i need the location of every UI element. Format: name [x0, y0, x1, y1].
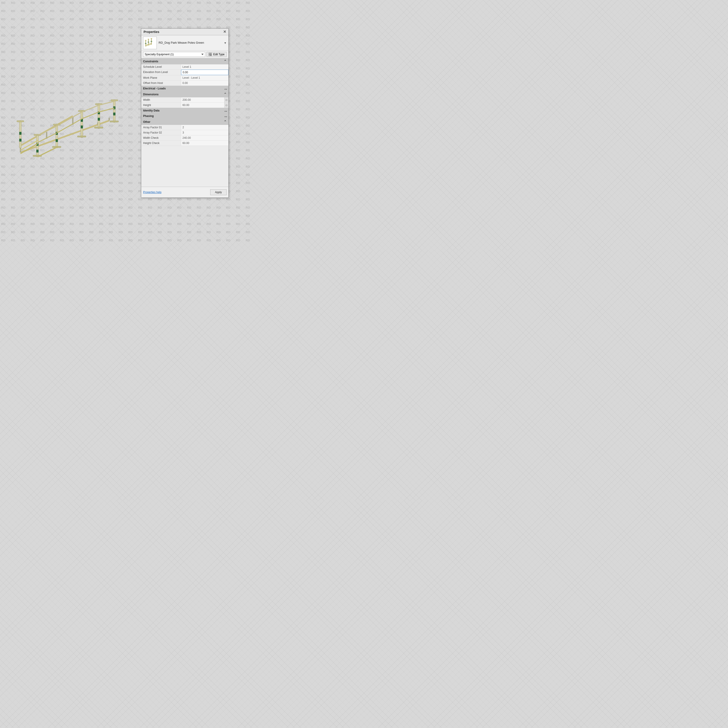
- panel-title: Properties: [144, 30, 159, 34]
- identity-data-toggle-icon: [224, 109, 226, 112]
- schedule-level-label: Schedule Level: [141, 64, 181, 69]
- svg-rect-31: [113, 99, 115, 122]
- svg-rect-48: [145, 40, 147, 40]
- svg-rect-55: [151, 41, 152, 41]
- schedule-level-value: Level 1: [181, 64, 228, 69]
- dimensions-label: Dimensions: [143, 93, 159, 96]
- empty-space: [141, 146, 228, 187]
- panel-footer: Properties help Apply: [141, 187, 228, 197]
- constraints-label: Constraints: [143, 60, 158, 63]
- width-check-row: Width Check 240.00: [141, 135, 228, 141]
- array-factor-01-value: 2: [181, 125, 228, 130]
- height-check-row: Height Check 60.00: [141, 141, 228, 146]
- phasing-toggle-icon: [224, 114, 226, 118]
- height-value: 60.00: [181, 102, 224, 108]
- pole-4: [77, 110, 86, 138]
- svg-line-37: [38, 147, 58, 156]
- work-plane-label: Work Plane: [141, 75, 181, 80]
- other-toggle-icon: [223, 120, 226, 124]
- array-factor-02-label: Array Factor 02: [141, 130, 181, 135]
- electrical-loads-toggle-icon: [224, 87, 226, 90]
- type-name: RD_Dog Park Weave Poles Green: [159, 41, 222, 45]
- width-check-value: 240.00: [181, 135, 228, 141]
- svg-line-46: [99, 108, 115, 112]
- svg-rect-35: [110, 121, 119, 122]
- identity-data-label: Identity Data: [143, 109, 159, 112]
- constraints-header[interactable]: Constraints: [141, 58, 228, 64]
- edit-type-label: Edit Type: [213, 53, 225, 56]
- array-factor-02-row: Array Factor 02 3: [141, 130, 228, 135]
- dimensions-toggle-icon: [223, 92, 226, 96]
- svg-rect-54: [151, 38, 152, 39]
- panel-header: Properties ✕: [141, 29, 228, 35]
- width-row: Width 200.00 □: [141, 97, 228, 102]
- pole-6: [110, 99, 119, 122]
- array-factor-01-row: Array Factor 01 2: [141, 125, 228, 130]
- properties-help-link[interactable]: Properties help: [143, 191, 162, 194]
- electrical-loads-label: Electrical - Loads: [143, 87, 166, 90]
- svg-rect-8: [19, 132, 21, 135]
- electrical-loads-header[interactable]: Electrical - Loads: [141, 86, 228, 91]
- svg-rect-59: [210, 53, 211, 54]
- svg-rect-16: [56, 124, 58, 148]
- svg-rect-9: [19, 139, 21, 142]
- elevation-from-level-value[interactable]: 0.00: [181, 70, 228, 75]
- height-row: Height 60.00 □: [141, 102, 228, 108]
- close-button[interactable]: ✕: [223, 30, 226, 34]
- width-button[interactable]: □: [224, 97, 228, 102]
- svg-rect-18: [56, 139, 58, 142]
- work-plane-value: Level : Level 1: [181, 75, 228, 80]
- dimensions-header[interactable]: Dimensions: [141, 91, 228, 97]
- type-thumbnail: [143, 37, 157, 49]
- other-label: Other: [143, 120, 150, 124]
- offset-from-host-value: 0.00: [181, 81, 228, 86]
- width-check-label: Width Check: [141, 135, 181, 141]
- elevation-from-level-row[interactable]: Elevation from Level 0.00: [141, 70, 228, 75]
- category-dropdown[interactable]: Specialty Equipment (1): [143, 52, 205, 57]
- array-factor-01-label: Array Factor 01: [141, 125, 181, 130]
- svg-rect-58: [209, 53, 210, 54]
- offset-from-host-label: Offset from Host: [141, 81, 181, 86]
- height-check-label: Height Check: [141, 141, 181, 145]
- svg-rect-49: [145, 43, 147, 44]
- model-svg: [14, 66, 132, 175]
- phasing-header[interactable]: Phasing: [141, 113, 228, 119]
- schedule-level-row: Schedule Level Level 1: [141, 64, 228, 70]
- svg-rect-21: [81, 110, 83, 138]
- svg-rect-52: [148, 42, 149, 42]
- edit-type-icon: [209, 53, 212, 56]
- width-label: Width: [141, 97, 181, 102]
- height-label: Height: [141, 102, 181, 108]
- svg-rect-33: [113, 113, 115, 115]
- svg-line-45: [82, 112, 99, 119]
- constraints-toggle-icon: [223, 59, 226, 63]
- other-header[interactable]: Other: [141, 119, 228, 125]
- height-check-value: 60.00: [181, 141, 228, 145]
- identity-data-header[interactable]: Identity Data: [141, 108, 228, 113]
- width-value: 200.00: [181, 97, 224, 102]
- type-area: RD_Dog Park Weave Poles Green ▼: [141, 35, 228, 51]
- svg-line-41: [82, 105, 99, 112]
- array-factor-02-value: 3: [181, 130, 228, 135]
- model-viewport: [0, 0, 136, 250]
- offset-from-host-row: Offset from Host 0.00: [141, 81, 228, 86]
- svg-rect-51: [148, 39, 149, 39]
- svg-line-42: [99, 101, 115, 105]
- svg-rect-30: [95, 127, 103, 128]
- height-button[interactable]: □: [224, 102, 228, 108]
- svg-line-0: [20, 121, 109, 153]
- svg-rect-10: [17, 121, 24, 122]
- elevation-from-level-label: Elevation from Level: [141, 70, 181, 75]
- properties-panel: Properties ✕ RD_Dog Park Weave Poles Gre…: [141, 28, 229, 198]
- dropdown-row: Specialty Equipment (1) Edit Type: [141, 51, 228, 58]
- svg-line-44: [58, 119, 82, 132]
- svg-rect-26: [98, 104, 100, 128]
- work-plane-row: Work Plane Level : Level 1: [141, 75, 228, 81]
- svg-rect-13: [37, 150, 38, 153]
- svg-rect-25: [77, 136, 86, 137]
- edit-type-button[interactable]: Edit Type: [206, 52, 226, 57]
- apply-button[interactable]: Apply: [210, 189, 226, 195]
- svg-rect-60: [209, 55, 210, 56]
- type-dropdown-arrow-icon[interactable]: ▼: [224, 41, 226, 44]
- phasing-label: Phasing: [143, 115, 154, 118]
